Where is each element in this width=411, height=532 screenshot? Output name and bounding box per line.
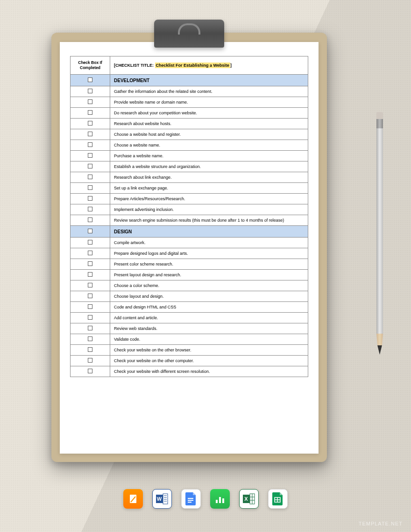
table-header-row: Check Box If Completed[CHECKLIST TITLE: …	[71, 56, 308, 75]
checkbox-icon[interactable]	[88, 153, 92, 158]
svg-rect-10	[188, 502, 191, 503]
svg-rect-8	[188, 498, 193, 499]
item-text: Choose a website name.	[110, 140, 308, 151]
pencil-eraser	[376, 112, 383, 119]
table-row: Set up a link exchange page.	[71, 183, 308, 194]
checkbox-icon[interactable]	[88, 315, 92, 320]
table-row: Purchase a website name.	[71, 151, 308, 161]
checkbox-icon[interactable]	[88, 99, 92, 104]
item-text: Check your website with different screen…	[110, 366, 308, 377]
checkbox-cell	[71, 172, 110, 183]
checkbox-icon[interactable]	[88, 164, 92, 168]
item-text: Implement advertising inclusion.	[110, 204, 308, 215]
checkbox-icon[interactable]	[88, 217, 92, 222]
item-text: Review search engine submission results …	[110, 215, 308, 226]
checkbox-icon[interactable]	[88, 326, 92, 330]
checkbox-icon[interactable]	[88, 196, 92, 201]
svg-rect-3	[163, 494, 168, 504]
item-text: Gather the information about the related…	[110, 86, 308, 97]
table-row: Check your website on the other computer…	[71, 356, 308, 366]
table-row: Choose a website host and register.	[71, 129, 308, 140]
checkbox-cell	[71, 97, 110, 108]
checkbox-cell	[71, 215, 110, 226]
table-row: Prepare designed logos and digital arts.	[71, 248, 308, 259]
checkbox-icon[interactable]	[88, 77, 92, 82]
table-row: Compile artwork.	[71, 238, 308, 248]
table-row: Choose layout and design.	[71, 291, 308, 302]
svg-rect-11	[216, 500, 218, 503]
table-row: Provide website name or domain name.	[71, 97, 308, 108]
checkbox-icon[interactable]	[88, 229, 92, 233]
item-text: Prepare Articles/Resources/Research.	[110, 194, 308, 204]
table-row: Implement advertising inclusion.	[71, 204, 308, 215]
section-header-row: DESIGN	[71, 226, 308, 238]
table-row: Code and design HTML and CSS	[71, 302, 308, 313]
pencil-body	[376, 128, 383, 334]
google-sheets-icon[interactable]	[268, 489, 288, 509]
item-text: Present color scheme research.	[110, 259, 308, 270]
checkbox-cell	[71, 323, 110, 334]
item-text: Review web standards.	[110, 323, 308, 334]
checkbox-icon[interactable]	[88, 142, 92, 147]
checkbox-icon[interactable]	[88, 175, 92, 179]
section-header-row: DEVELOPMENT	[71, 75, 308, 86]
checkbox-cell	[71, 356, 110, 366]
svg-rect-13	[222, 498, 224, 503]
watermark: TEMPLATE.NET	[359, 521, 403, 526]
table-row: Choose a color scheme.	[71, 280, 308, 291]
checkbox-icon[interactable]	[88, 110, 92, 115]
table-row: Establish a website structure and organi…	[71, 161, 308, 172]
item-text: Purchase a website name.	[110, 151, 308, 161]
section-name: DESIGN	[110, 226, 308, 238]
checkbox-icon[interactable]	[88, 369, 92, 373]
checkbox-icon[interactable]	[88, 294, 92, 298]
checkbox-cell	[71, 345, 110, 356]
checkbox-cell	[71, 119, 110, 129]
checkbox-icon[interactable]	[88, 358, 92, 363]
checkbox-icon[interactable]	[88, 283, 92, 287]
checkbox-icon[interactable]	[88, 261, 92, 266]
checkbox-cell	[71, 161, 110, 172]
checkbox-cell	[71, 108, 110, 119]
table-row: Validate code.	[71, 334, 308, 345]
excel-icon[interactable]: X	[239, 489, 259, 509]
checkbox-icon[interactable]	[88, 304, 92, 309]
checklist-title: [CHECKLIST TITLE: Checklist For Establis…	[110, 56, 308, 75]
item-text: Present layout design and research.	[110, 270, 308, 280]
section-name: DEVELOPMENT	[110, 75, 308, 86]
checkbox-icon[interactable]	[88, 121, 92, 126]
pencil	[376, 112, 383, 355]
google-docs-icon[interactable]	[181, 489, 201, 509]
pencil-ferrule	[376, 119, 383, 128]
checkbox-icon[interactable]	[88, 347, 92, 352]
pages-icon[interactable]	[123, 489, 143, 509]
checkbox-icon[interactable]	[88, 272, 92, 277]
checkbox-cell	[71, 140, 110, 151]
checkbox-icon[interactable]	[88, 336, 92, 341]
word-icon[interactable]: W	[152, 489, 172, 509]
checkbox-cell	[71, 183, 110, 194]
pencil-tip	[376, 345, 383, 355]
clipboard-clip	[154, 20, 224, 48]
checkbox-icon[interactable]	[88, 185, 92, 190]
checkbox-icon[interactable]	[88, 89, 92, 93]
table-row: Add content and article.	[71, 313, 308, 323]
item-text: Check your website on the other computer…	[110, 356, 308, 366]
checkbox-icon[interactable]	[88, 251, 92, 255]
item-text: Research about link exchange.	[110, 172, 308, 183]
checkbox-icon[interactable]	[88, 132, 92, 136]
section-checkbox-cell	[71, 226, 110, 238]
item-text: Set up a link exchange page.	[110, 183, 308, 194]
table-row: Review search engine submission results …	[71, 215, 308, 226]
checkbox-icon[interactable]	[88, 240, 92, 245]
table-row: Do research about your competition websi…	[71, 108, 308, 119]
checkbox-cell	[71, 270, 110, 280]
table-row: Present layout design and research.	[71, 270, 308, 280]
checkbox-cell	[71, 366, 110, 377]
svg-text:X: X	[244, 496, 248, 502]
checkbox-cell	[71, 238, 110, 248]
item-text: Prepare designed logos and digital arts.	[110, 248, 308, 259]
table-row: Present color scheme research.	[71, 259, 308, 270]
checkbox-icon[interactable]	[88, 207, 92, 211]
numbers-icon[interactable]	[210, 489, 230, 509]
